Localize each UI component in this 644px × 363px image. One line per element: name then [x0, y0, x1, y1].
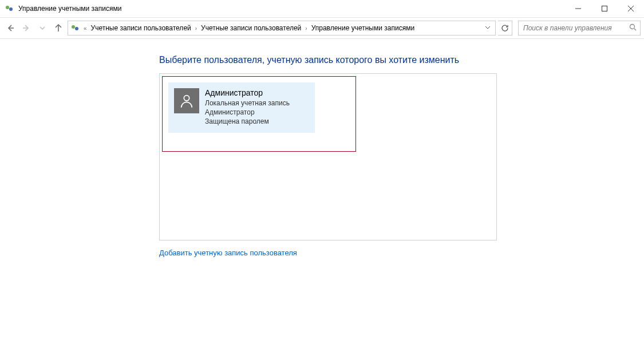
svg-line-12 [634, 29, 636, 30]
user-tile[interactable]: Администратор Локальная учетная запись А… [168, 82, 315, 133]
minimize-button[interactable] [565, 0, 591, 17]
breadcrumb-icon [70, 23, 80, 33]
breadcrumb-item[interactable]: Учетные записи пользователей [200, 24, 302, 32]
search-input[interactable] [522, 23, 627, 33]
search-box[interactable] [518, 21, 641, 35]
breadcrumb-item[interactable]: Управление учетными записями [310, 24, 416, 32]
svg-point-10 [75, 27, 78, 30]
window-title: Управление учетными записями [18, 5, 121, 13]
user-avatar-icon [174, 88, 199, 113]
search-icon [629, 23, 637, 33]
svg-point-13 [184, 96, 189, 101]
svg-point-11 [630, 25, 635, 29]
page-heading: Выберите пользователя, учетную запись ко… [159, 55, 633, 65]
content-area: Выберите пользователя, учетную запись ко… [0, 39, 644, 269]
refresh-button[interactable] [498, 21, 512, 35]
user-role: Администратор [205, 108, 290, 117]
svg-rect-3 [602, 6, 607, 11]
add-account-link[interactable]: Добавить учетную запись пользователя [159, 248, 297, 257]
highlight-box: Администратор Локальная учетная запись А… [162, 76, 356, 152]
user-password-status: Защищена паролем [205, 117, 290, 126]
breadcrumb-item[interactable]: Учетные записи пользователей [90, 24, 192, 32]
user-info: Администратор Локальная учетная запись А… [205, 88, 290, 127]
window-controls [565, 0, 644, 17]
chevron-right-icon: › [193, 25, 199, 31]
up-button[interactable] [52, 21, 65, 35]
breadcrumb-prefix: « [82, 25, 89, 31]
close-button[interactable] [618, 0, 644, 17]
svg-point-9 [72, 25, 75, 29]
breadcrumb-dropdown[interactable] [483, 24, 493, 32]
svg-point-0 [6, 6, 9, 9]
recent-locations-button[interactable] [35, 21, 49, 35]
app-icon [5, 4, 14, 13]
back-button[interactable] [3, 21, 17, 35]
user-name: Администратор [205, 88, 290, 97]
chevron-right-icon: › [303, 25, 309, 31]
navigation-bar: « Учетные записи пользователей › Учетные… [0, 17, 644, 39]
forward-button[interactable] [19, 21, 33, 35]
user-list: Администратор Локальная учетная запись А… [159, 73, 497, 240]
user-account-type: Локальная учетная запись [205, 98, 290, 108]
maximize-button[interactable] [591, 0, 618, 17]
breadcrumb[interactable]: « Учетные записи пользователей › Учетные… [68, 21, 496, 35]
svg-point-1 [9, 7, 13, 11]
titlebar: Управление учетными записями [0, 0, 644, 17]
